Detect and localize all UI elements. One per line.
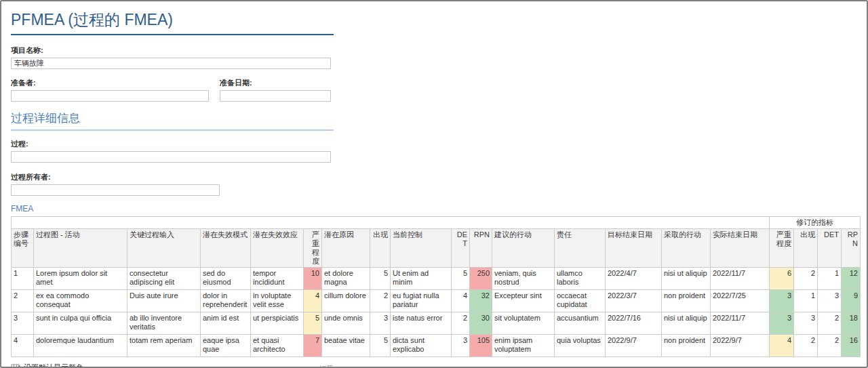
- fmea-cell-occurrence[interactable]: 5: [370, 268, 391, 290]
- fmea-cell-rev_rpn[interactable]: 18: [842, 312, 861, 335]
- fmea-cell-recommended_action[interactable]: enim ipsam voluptatem: [492, 335, 555, 357]
- fmea-cell-activity[interactable]: doloremque laudantium: [34, 335, 127, 357]
- fmea-cell-key_input[interactable]: totam rem aperiam: [127, 335, 201, 357]
- fmea-cell-controls[interactable]: dicta sunt explicabo: [391, 335, 452, 357]
- set-default-colors-label: 设置默认显示颜色: [24, 363, 83, 368]
- fmea-cell-failure_mode[interactable]: anim id est: [201, 312, 251, 335]
- fmea-cell-rev_rpn[interactable]: 9: [842, 290, 861, 312]
- fmea-cell-occurrence[interactable]: 3: [370, 312, 391, 335]
- fmea-cell-rev_severity[interactable]: 6: [770, 268, 794, 290]
- fmea-cell-activity[interactable]: Lorem ipsum dolor sit amet: [34, 268, 127, 290]
- fmea-cell-action_taken[interactable]: non proident: [662, 335, 711, 357]
- preparer-input[interactable]: [11, 90, 209, 102]
- fmea-cell-rev_occurrence[interactable]: 1: [794, 290, 818, 312]
- fmea-cell-rev_severity[interactable]: 4: [770, 335, 794, 357]
- fmea-cell-rev_severity[interactable]: 3: [770, 290, 794, 312]
- fmea-cell-controls[interactable]: Ut enim ad minim: [391, 268, 452, 290]
- fmea-cell-activity[interactable]: ex ea commodo consequat: [34, 290, 127, 312]
- set-default-colors-button[interactable]: 设置默认显示颜色: [11, 363, 83, 368]
- fmea-cell-step[interactable]: 1: [12, 268, 34, 290]
- fmea-cell-det[interactable]: 3: [452, 335, 470, 357]
- fmea-cell-rev_occurrence[interactable]: 3: [794, 312, 818, 335]
- fmea-column-header-target_date: 目标结束日期: [606, 229, 662, 268]
- fmea-cell-action_taken[interactable]: nisi ut aliquip: [662, 268, 711, 290]
- fmea-cell-recommended_action[interactable]: Excepteur sint: [492, 290, 555, 312]
- fmea-cell-rev_rpn[interactable]: 12: [842, 268, 861, 290]
- fmea-cell-action_taken[interactable]: nisi ut aliquip: [662, 312, 711, 335]
- fmea-column-header-action_taken: 采取的行动: [662, 229, 711, 268]
- fmea-cell-rev_det[interactable]: 3: [818, 290, 842, 312]
- fmea-cell-step[interactable]: 4: [12, 335, 34, 357]
- fmea-cell-rev_severity[interactable]: 3: [770, 312, 794, 335]
- process-input[interactable]: [11, 151, 331, 163]
- fmea-cell-target_date[interactable]: 2022/9/7: [606, 335, 662, 357]
- process-owner-input[interactable]: [11, 184, 220, 196]
- fmea-cell-det[interactable]: 4: [452, 290, 470, 312]
- fmea-cell-rev_det[interactable]: 2: [818, 335, 842, 357]
- fmea-cell-key_input[interactable]: ab illo inventore veritatis: [127, 312, 201, 335]
- fmea-column-header-rpn: RPN: [470, 229, 492, 268]
- fmea-cell-failure_effect[interactable]: tempor incididunt: [251, 268, 304, 290]
- fmea-column-header-det: DET: [452, 229, 470, 268]
- fmea-cell-det[interactable]: 5: [452, 268, 470, 290]
- fmea-cell-det[interactable]: 2: [452, 312, 470, 335]
- fmea-cell-step[interactable]: 3: [12, 312, 34, 335]
- fmea-cell-occurrence[interactable]: 2: [370, 290, 391, 312]
- fmea-cell-occurrence[interactable]: 5: [370, 335, 391, 357]
- preparer-field: 准备者:: [11, 78, 209, 102]
- fmea-cell-failure_mode[interactable]: sed do eiusmod: [201, 268, 251, 290]
- fmea-cell-controls[interactable]: eu fugiat nulla pariatur: [391, 290, 452, 312]
- fmea-cell-severity[interactable]: 5: [304, 312, 322, 335]
- fmea-cell-severity[interactable]: 10: [304, 268, 322, 290]
- fmea-cell-key_input[interactable]: consectetur adipiscing elit: [127, 268, 201, 290]
- fmea-cell-severity[interactable]: 7: [304, 335, 322, 357]
- fmea-cell-cause[interactable]: cillum dolore: [322, 290, 370, 312]
- fmea-cell-rev_det[interactable]: 2: [818, 312, 842, 335]
- fmea-cell-responsibility[interactable]: occaecat cupidatat: [555, 290, 606, 312]
- fmea-cell-activity[interactable]: sunt in culpa qui officia: [34, 312, 127, 335]
- fmea-cell-rev_rpn[interactable]: 16: [842, 335, 861, 357]
- title-divider: [11, 34, 334, 35]
- fmea-cell-responsibility[interactable]: quia voluptas: [555, 335, 606, 357]
- fmea-cell-target_date[interactable]: 2022/7/16: [606, 312, 662, 335]
- fmea-heading: FMEA: [11, 204, 857, 213]
- fmea-cell-failure_mode[interactable]: dolor in reprehenderit: [201, 290, 251, 312]
- fmea-cell-cause[interactable]: beatae vitae: [322, 335, 370, 357]
- fmea-cell-cause[interactable]: unde omnis: [322, 312, 370, 335]
- fmea-column-header-cause: 潜在原因: [322, 229, 370, 268]
- fmea-table-row-1: 1Lorem ipsum dolor sit ametconsectetur a…: [12, 268, 861, 290]
- fmea-cell-rpn[interactable]: 32: [470, 290, 492, 312]
- fmea-cell-cause[interactable]: et dolore magna: [322, 268, 370, 290]
- fmea-cell-rev_occurrence[interactable]: 2: [794, 335, 818, 357]
- fmea-cell-rpn[interactable]: 30: [470, 312, 492, 335]
- fmea-cell-failure_effect[interactable]: in voluptate velit esse: [251, 290, 304, 312]
- revised-metrics-group-header: 修订的指标: [770, 217, 861, 229]
- fmea-cell-failure_mode[interactable]: eaque ipsa quae: [201, 335, 251, 357]
- fmea-cell-actual_date[interactable]: 2022/11/7: [711, 268, 770, 290]
- fmea-cell-responsibility[interactable]: ullamco laboris: [555, 268, 606, 290]
- fmea-cell-controls[interactable]: iste natus error: [391, 312, 452, 335]
- fmea-cell-failure_effect[interactable]: et quasi architecto: [251, 335, 304, 357]
- fmea-cell-rev_occurrence[interactable]: 2: [794, 268, 818, 290]
- fmea-cell-rev_det[interactable]: 1: [818, 268, 842, 290]
- fmea-cell-target_date[interactable]: 2022/4/7: [606, 268, 662, 290]
- fmea-cell-target_date[interactable]: 2022/3/7: [606, 290, 662, 312]
- fmea-cell-rpn[interactable]: 250: [470, 268, 492, 290]
- fmea-cell-actual_date[interactable]: 2022/11/7: [711, 312, 770, 335]
- fmea-cell-recommended_action[interactable]: veniam, quis nostrud: [492, 268, 555, 290]
- fmea-cell-actual_date[interactable]: 2022/7/25: [711, 290, 770, 312]
- fmea-cell-actual_date[interactable]: 2022/9/7: [711, 335, 770, 357]
- fmea-column-header-step: 步骤编号: [12, 229, 34, 268]
- project-name-input[interactable]: [11, 58, 331, 69]
- open-link[interactable]: 打开: [319, 364, 334, 368]
- fmea-cell-severity[interactable]: 4: [304, 290, 322, 312]
- fmea-cell-key_input[interactable]: Duis aute irure: [127, 290, 201, 312]
- fmea-column-header-severity: 严重程度: [304, 229, 322, 268]
- fmea-cell-recommended_action[interactable]: sit voluptatem: [492, 312, 555, 335]
- fmea-cell-action_taken[interactable]: non proident: [662, 290, 711, 312]
- fmea-cell-responsibility[interactable]: accusantium: [555, 312, 606, 335]
- prep-date-input[interactable]: [220, 90, 331, 102]
- fmea-cell-step[interactable]: 2: [12, 290, 34, 312]
- fmea-cell-rpn[interactable]: 105: [470, 335, 492, 357]
- fmea-cell-failure_effect[interactable]: ut perspiciatis: [251, 312, 304, 335]
